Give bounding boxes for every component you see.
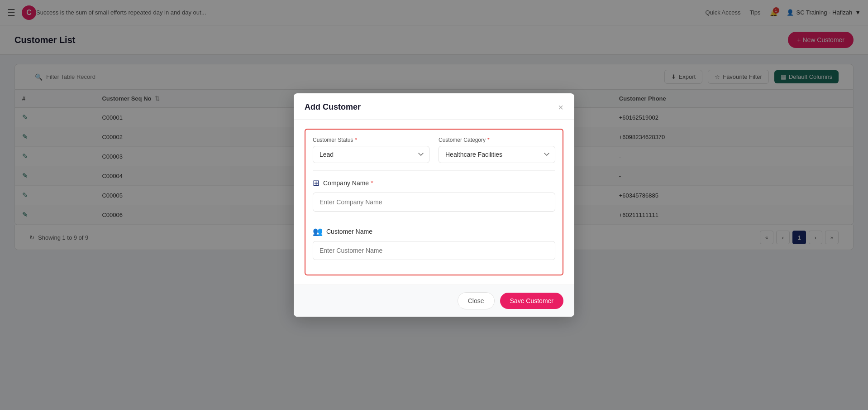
modal-header: Add Customer ×	[294, 93, 574, 120]
divider-2	[313, 219, 555, 219]
building-icon: ⊞	[313, 178, 320, 188]
customer-status-select[interactable]: Lead Active Inactive Prospect	[313, 146, 429, 163]
modal-overlay: Add Customer × Customer Status * Lead Ac…	[0, 0, 868, 410]
modal-title: Add Customer	[305, 102, 361, 112]
modal-body-inner: Customer Status * Lead Active Inactive P…	[305, 129, 563, 275]
modal-close-x-button[interactable]: ×	[558, 103, 563, 112]
close-modal-button[interactable]: Close	[458, 292, 495, 309]
customer-name-title: Customer Name	[326, 228, 372, 235]
customer-status-group: Customer Status * Lead Active Inactive P…	[313, 137, 429, 163]
customer-category-group: Customer Category * Healthcare Facilitie…	[439, 137, 555, 163]
company-name-section: ⊞ Company Name *	[313, 178, 555, 212]
customer-name-section: 👥 Customer Name	[313, 227, 555, 260]
customer-category-select[interactable]: Healthcare Facilities Education Retail M…	[439, 146, 555, 163]
customer-category-label: Customer Category *	[439, 137, 555, 143]
customer-name-input[interactable]	[313, 241, 555, 260]
people-icon: 👥	[313, 227, 323, 236]
company-name-title: Company Name *	[323, 179, 373, 187]
modal-footer: Close Save Customer	[294, 285, 574, 317]
divider-1	[313, 170, 555, 171]
modal-body: Customer Status * Lead Active Inactive P…	[294, 120, 574, 285]
required-star-category: *	[487, 137, 490, 143]
required-star-status: *	[355, 137, 357, 143]
company-name-input[interactable]	[313, 193, 555, 212]
status-category-row: Customer Status * Lead Active Inactive P…	[313, 137, 555, 163]
required-star-company: *	[371, 179, 373, 187]
customer-name-header: 👥 Customer Name	[313, 227, 555, 236]
company-name-header: ⊞ Company Name *	[313, 178, 555, 188]
customer-status-label: Customer Status *	[313, 137, 429, 143]
save-customer-button[interactable]: Save Customer	[500, 293, 563, 309]
add-customer-modal: Add Customer × Customer Status * Lead Ac…	[294, 93, 574, 317]
